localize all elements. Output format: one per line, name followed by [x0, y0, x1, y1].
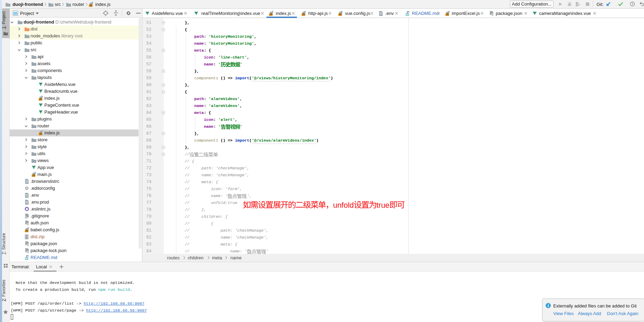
- svg-text:JS: JS: [25, 230, 28, 232]
- svg-text:JS: JS: [32, 174, 35, 177]
- svg-text:{}: {}: [27, 244, 29, 246]
- svg-text:MD: MD: [25, 257, 28, 260]
- svg-text:JS: JS: [39, 133, 42, 135]
- svg-text:JS: JS: [269, 13, 272, 16]
- svg-text:JS: JS: [338, 13, 342, 16]
- svg-text:JS: JS: [445, 13, 449, 16]
- svg-text:{}: {}: [492, 14, 493, 16]
- svg-text:JS: JS: [39, 98, 42, 100]
- svg-text:{}: {}: [27, 223, 29, 225]
- svg-text:MD: MD: [406, 13, 409, 16]
- svg-text:JS: JS: [89, 4, 92, 7]
- svg-text:{}: {}: [27, 251, 29, 253]
- svg-text:JS: JS: [302, 13, 305, 16]
